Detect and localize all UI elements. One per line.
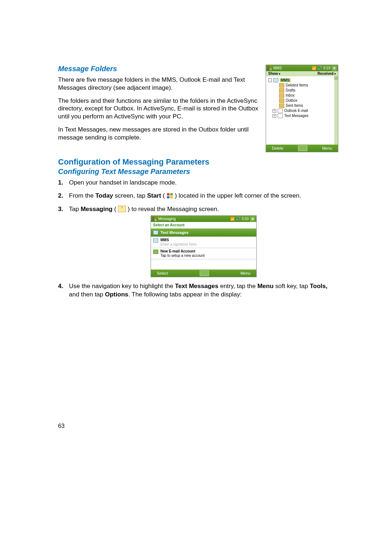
steps-list: 1. Open your handset in landscape mode. … — [58, 179, 338, 299]
tree-label: Inbox — [286, 94, 294, 97]
step-text-part: ( — [113, 206, 118, 213]
shot1-body: - MMS Deleted Items Drafts Inbox Outbox … — [266, 76, 338, 145]
signal-icon: 📶 — [312, 66, 316, 70]
step-text-part: Tap — [69, 206, 81, 213]
keyboard-icon — [200, 270, 209, 276]
tree-item-drafts: Drafts — [268, 88, 336, 93]
close-icon: ✕ — [250, 217, 255, 222]
tree-root: - MMS — [268, 78, 336, 83]
account-sub: Tap to setup a new account — [160, 254, 205, 258]
folder-icon — [279, 98, 284, 103]
step-2: 2. From the Today screen, tap Start ( ) … — [69, 192, 338, 200]
folder-icon — [279, 88, 284, 93]
text-messages-bold: Text Messages — [175, 283, 219, 290]
signal-icon: 📶 — [230, 217, 234, 221]
softkey-delete: Delete — [272, 146, 283, 150]
tree-item-sent: Sent Items — [268, 103, 336, 108]
heading-config-params: Configuration of Messaging Parameters — [58, 157, 338, 167]
shot2-title-bar: Messaging 📶 🔊 3:20 ✕ — [151, 216, 256, 222]
heading-message-folders: Message Folders — [58, 65, 261, 73]
mms-icon — [153, 238, 158, 243]
tree-mms: MMS — [280, 78, 290, 82]
top-row: Message Folders There are five message f… — [58, 65, 338, 152]
svg-rect-0 — [268, 66, 269, 68]
shot1-title: MMS — [273, 66, 282, 70]
start-flag-icon — [167, 193, 173, 199]
step-text-part: soft key, tap — [274, 283, 310, 290]
step-text-part: entry, tap the — [219, 283, 257, 290]
svg-rect-5 — [170, 193, 173, 195]
tools-bold: Tools, — [310, 283, 327, 290]
tree-item-deleted: Deleted Items — [268, 83, 336, 88]
shot1-show: Show — [268, 72, 280, 76]
mail-folder-icon — [278, 114, 283, 118]
account-new-email: New E-mail Account Tap to setup a new ac… — [151, 248, 256, 259]
step-4: 4. Use the navigation key to highlight t… — [69, 282, 338, 299]
account-label: Text Messages — [160, 231, 188, 235]
svg-rect-3 — [270, 68, 271, 70]
windows-flag-icon — [152, 217, 157, 221]
folder-icon — [279, 104, 284, 108]
messaging-bold: Messaging — [81, 206, 113, 213]
paragraph-3: In Text Messages, new messages are store… — [58, 126, 261, 142]
today-bold: Today — [95, 192, 113, 199]
heading-config-text: Configuring Text Message Parameters — [58, 167, 338, 176]
svg-rect-4 — [167, 193, 170, 195]
close-icon: ✕ — [332, 66, 337, 71]
screenshot-mms-folders: MMS 📶 🔊 3:19 ✕ Show Received - MMS Delet… — [266, 65, 338, 152]
step-text-part: From the — [69, 192, 95, 199]
step-1: 1. Open your handset in landscape mode. — [69, 179, 338, 187]
svg-rect-1 — [270, 66, 271, 68]
account-mms: MMS Enter a signature here. — [151, 236, 256, 248]
scrollbar — [334, 76, 338, 145]
tree-label: Drafts — [286, 89, 295, 92]
volume-icon: 🔊 — [236, 217, 240, 221]
shot1-time: 3:19 — [323, 66, 330, 70]
folder-icon — [279, 93, 284, 98]
tree-label: Outbox — [286, 99, 297, 102]
volume-icon: 🔊 — [318, 66, 322, 70]
paragraph-1: There are five message folders in the MM… — [58, 76, 261, 92]
softkey-select: Select — [157, 271, 168, 275]
step-text-part: ) to reveal the Messaging screen. — [126, 206, 219, 213]
signature-placeholder: Enter a signature here. — [160, 243, 197, 246]
step-text-part: screen, tap — [113, 192, 147, 199]
step-3: 3. Tap Messaging ( ) to reveal the Messa… — [69, 205, 338, 277]
mms-folder-icon — [273, 78, 278, 82]
options-bold: Options — [105, 291, 128, 298]
tree-outlook: +Outlook E-mail — [268, 108, 336, 113]
windows-flag-icon — [267, 66, 272, 70]
new-account-icon — [153, 250, 158, 254]
messaging-envelope-icon — [118, 206, 126, 212]
step-number: 1. — [58, 179, 63, 187]
top-text-block: Message Folders There are five message f… — [58, 65, 261, 146]
step-number: 4. — [58, 282, 63, 290]
folder-icon — [279, 83, 284, 88]
step-number: 3. — [58, 205, 63, 213]
softkey-menu: Menu — [240, 271, 250, 275]
svg-rect-2 — [268, 68, 269, 70]
step-text-part: ( — [161, 192, 167, 199]
tree-item-inbox: Inbox — [268, 93, 336, 98]
shot1-title-bar: MMS 📶 🔊 3:19 ✕ — [266, 65, 338, 71]
paragraph-2: The folders and their functions are simi… — [58, 97, 261, 121]
svg-rect-10 — [152, 219, 154, 221]
collapse-icon: - — [268, 78, 272, 82]
mail-folder-icon — [278, 109, 283, 113]
tree-label: Deleted Items — [286, 84, 308, 87]
step-text-part: and then tap — [69, 291, 105, 298]
screenshot-wrap: Messaging 📶 🔊 3:20 ✕ Select an Account T… — [69, 215, 338, 277]
menu-bold: Menu — [257, 283, 273, 290]
screenshot-messaging-accounts: Messaging 📶 🔊 3:20 ✕ Select an Account T… — [151, 215, 257, 277]
empty-space — [151, 259, 256, 270]
shot2-time: 3:20 — [242, 217, 249, 221]
text-messages-icon — [153, 230, 158, 235]
step-text-part: . The following tabs appear in the displ… — [128, 291, 242, 298]
select-account-label: Select an Account — [151, 222, 256, 228]
shot1-subbar: Show Received — [266, 71, 338, 76]
step-text-part: ) located in the upper left corner of th… — [173, 192, 301, 199]
svg-rect-7 — [170, 196, 173, 198]
shot1-received: Received — [318, 72, 336, 76]
svg-rect-8 — [152, 217, 154, 219]
account-text-messages: Text Messages — [151, 228, 256, 236]
